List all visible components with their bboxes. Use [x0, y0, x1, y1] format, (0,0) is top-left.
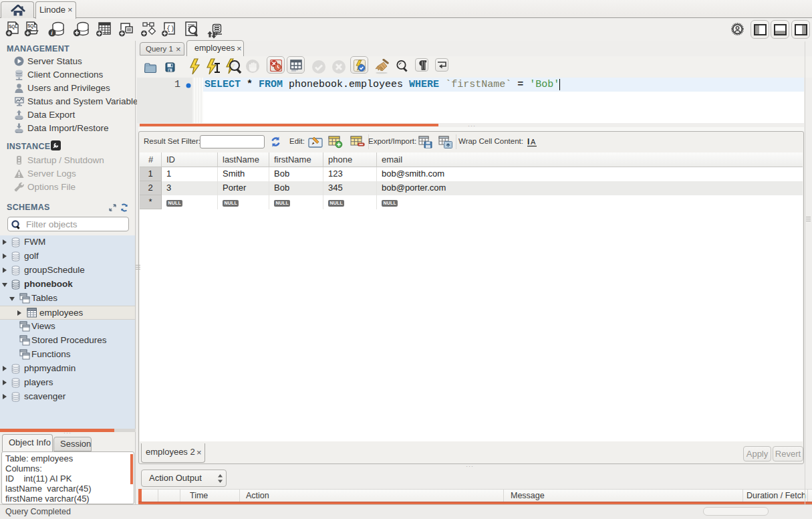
svg-text:SQL: SQL	[9, 24, 17, 29]
svg-text:SQL: SQL	[27, 23, 36, 29]
svg-text:A: A	[531, 138, 536, 146]
svg-text:I: I	[527, 137, 529, 146]
